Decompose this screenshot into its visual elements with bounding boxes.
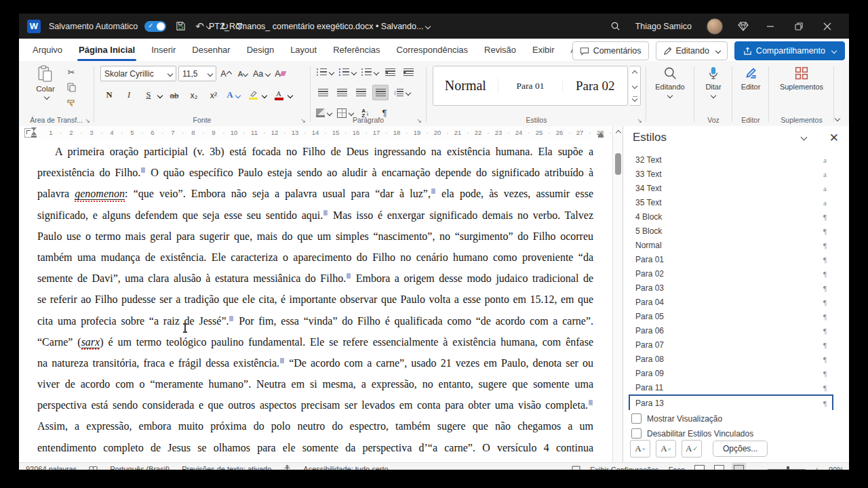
style-item-35-text[interactable]: 35 Texta [629,195,833,209]
footnote-ref-icon[interactable] [589,400,593,405]
new-style-button[interactable]: A+ [630,440,650,458]
dictate-button[interactable]: Ditar [696,61,730,114]
text-predictions-status[interactable]: Previsões de texto: ativado [182,465,271,470]
document-line[interactable]: se referir ao Filho pudesse ser a tradiç… [37,289,593,310]
clear-formatting-button[interactable]: A [273,66,288,81]
document-scrollbar[interactable] [612,126,623,470]
dialog-launcher-icon[interactable]: ↘ [637,117,642,124]
manage-styles-button[interactable]: A✓ [682,440,702,458]
scroll-up-icon[interactable] [613,127,623,138]
save-icon[interactable] [176,21,186,31]
ruler[interactable]: 1234567891011121314151617181920212223242… [19,126,612,140]
tab-inserir[interactable]: Inserir [143,39,184,61]
document-line[interactable]: Paulo use o termo mais geral para sugeri… [37,226,593,247]
document-line[interactable]: significado, e alguns defendem que seja … [37,205,593,226]
close-button[interactable] [821,22,834,30]
indent-marker-right[interactable] [598,132,604,138]
tab-p-gina-inicial[interactable]: Página Inicial [71,39,143,61]
style-item-33-text[interactable]: 33 Texta [629,167,833,181]
word-count[interactable]: 92064 palavras [26,465,77,470]
tab-design[interactable]: Design [239,39,282,61]
document-line[interactable]: “Carne” (sarx) é um termo teológico paul… [37,331,593,352]
scrollbar-thumb[interactable] [615,153,621,175]
accessibility-status[interactable]: Acessibilidade: tudo certo [303,465,388,470]
style-inspector-button[interactable]: A⌕ [656,440,676,458]
style-item-para-03[interactable]: Para 03¶ [629,281,833,295]
search-icon[interactable] [610,21,620,31]
style-options-button[interactable]: Opções... [713,441,768,457]
document-line[interactable]: também uma mudança de existência. Ele ca… [37,247,593,268]
bullets-button[interactable] [315,65,334,79]
footnote-ref-icon[interactable] [141,167,145,173]
style-item-para-05[interactable]: Para 05¶ [629,309,833,323]
comments-button[interactable]: Comentários [572,41,649,60]
chevron-down-icon[interactable] [262,92,267,98]
indent-marker-left[interactable] [31,127,37,138]
read-mode-icon[interactable] [694,465,705,470]
print-layout-icon[interactable] [714,465,724,470]
tab-refer-ncias[interactable]: Referências [325,39,388,61]
style-gallery-item-normal[interactable]: Normal [433,78,498,94]
grow-font-button[interactable]: A [218,66,233,81]
increase-indent-button[interactable] [401,65,416,79]
font-color-button[interactable]: A [271,88,286,102]
style-item-32-text[interactable]: 32 Texta [629,152,833,167]
collapse-ribbon-icon[interactable] [835,116,840,121]
underline-button[interactable]: S [141,88,156,102]
addins-button[interactable]: Suplementos [771,61,832,114]
dialog-launcher-icon[interactable]: ↘ [416,117,422,124]
premium-gem-icon[interactable] [738,22,749,31]
strikethrough-button[interactable]: ab [167,88,182,102]
chevron-down-icon[interactable] [157,92,163,98]
dialog-launcher-icon[interactable]: ↘ [300,117,306,124]
superscript-button[interactable]: x² [206,88,221,102]
document-line[interactable]: perspectiva está sendo considerada e que… [37,394,593,415]
avatar[interactable] [707,18,723,35]
style-item-para-06[interactable]: Para 06¶ [629,323,833,338]
document-line[interactable]: viver de acordo com o “meramente humano”… [37,373,593,394]
style-item-para-11[interactable]: Para 11¶ [629,380,833,394]
subscript-button[interactable]: x₂ [186,88,201,102]
document-line[interactable]: palavra genomenon: “que veio”. Embora nã… [37,183,593,204]
justify-button[interactable] [372,85,389,100]
font-name-select[interactable]: Skolar Cyrillic [100,66,176,81]
dialog-launcher-icon[interactable]: ↘ [85,117,90,124]
document-line[interactable]: entendimento completo de Jesus se olhamo… [37,437,593,458]
document-title[interactable]: PT2_Romanos_ comentário exegético.docx •… [209,14,430,39]
paste-button[interactable]: Colar [30,65,61,99]
editing-button[interactable]: Editando [648,61,692,114]
display-settings-label[interactable]: Exibir Configurações [590,466,659,470]
style-item-34-text[interactable]: 34 Texta [629,181,833,195]
document-line[interactable]: cita uma profecia sobre “a raiz de Jessé… [37,310,593,331]
editing-mode-button[interactable]: Editando [656,41,728,60]
word-logo-icon[interactable]: W [27,20,41,33]
autosave-toggle[interactable]: ✓ [144,21,166,32]
language-status[interactable]: Português (Brasil) [110,465,170,470]
copy-button[interactable] [64,82,79,93]
align-left-button[interactable] [315,85,330,100]
restore-button[interactable] [792,22,806,30]
close-icon[interactable]: ✕ [829,132,839,144]
style-item-para-01[interactable]: Para 01¶ [629,252,833,266]
tab-exibir[interactable]: Exibir [524,39,563,61]
tab-layout[interactable]: Layout [282,39,325,61]
footnote-ref-icon[interactable] [229,316,233,321]
zoom-slider-thumb[interactable] [787,466,789,470]
text-effects-button[interactable]: A [226,88,241,102]
cut-button[interactable]: ✂ [64,66,79,77]
editor-button[interactable]: Editor [734,61,767,114]
share-button[interactable]: Compartilhamento [734,41,845,60]
style-item-para-02[interactable]: Para 02¶ [629,266,833,281]
shrink-font-button[interactable]: A [235,66,250,81]
bold-button[interactable]: N [102,88,117,102]
format-painter-button[interactable] [64,98,79,108]
footnote-ref-icon[interactable] [431,188,435,194]
footnote-ref-icon[interactable] [280,358,284,363]
document-line[interactable]: semente de Davi”, uma clara alusão à est… [37,268,593,289]
style-gallery-item-para-02[interactable]: Para 02 [563,79,627,94]
line-spacing-button[interactable]: ↕ [393,85,411,100]
italic-term[interactable]: sarx [81,336,100,348]
document-line[interactable]: preexistência do Filho. O quão específic… [37,162,593,183]
zoom-in-icon[interactable]: + [815,466,819,470]
style-item-normal[interactable]: Normal¶ [629,238,833,252]
